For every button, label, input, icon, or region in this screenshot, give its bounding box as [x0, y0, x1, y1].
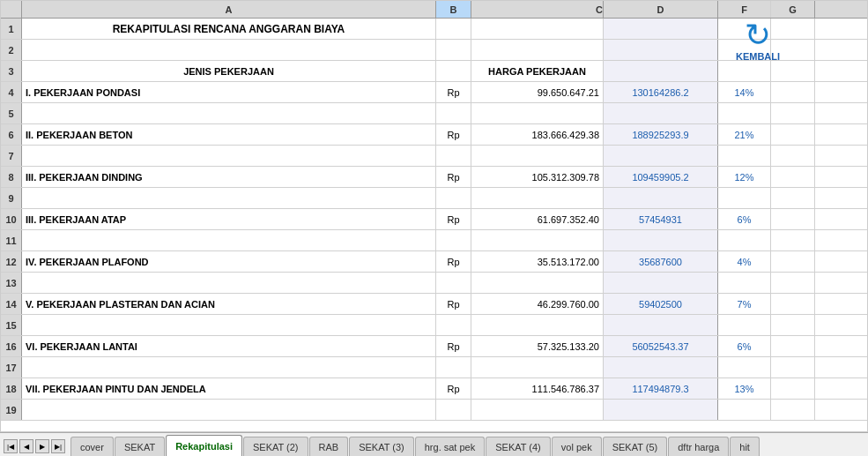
cell-13b: [436, 273, 471, 293]
cell-11g: [771, 230, 815, 250]
table-row: 16 VI. PEKERJAAN LANTAI Rp 57.325.133.20…: [1, 336, 867, 357]
cell-13d: [604, 273, 718, 293]
cell-3c: HARGA PEKERJAAN: [471, 61, 604, 81]
cell-6c: 183.666.429.38: [471, 124, 604, 145]
tab-nav-last[interactable]: ▶|: [51, 439, 65, 453]
row-num-3: 3: [1, 61, 22, 81]
back-button[interactable]: ↺ KEMBALI: [701, 19, 718, 39]
table-row: 1 REKAPITULASI RENCANA ANGGARAN BIAYA ↺ …: [1, 19, 867, 40]
cell-5f: [718, 103, 771, 123]
row-num-8: 8: [1, 167, 22, 187]
cell-13f: [718, 273, 771, 293]
spreadsheet: A B C D F G 1 REKAPITULASI RENCANA ANGGA…: [0, 0, 868, 432]
cell-11f: [718, 230, 771, 250]
row-num-9: 9: [1, 188, 22, 208]
cell-2b: [436, 40, 471, 60]
cell-3g: [771, 61, 815, 81]
cell-7b: [436, 146, 471, 166]
cell-3f: [718, 61, 771, 81]
tab-nav-first[interactable]: |◀: [4, 439, 18, 453]
cell-2c: [471, 40, 604, 60]
table-row: 17: [1, 357, 867, 378]
cell-10d: 57454931: [604, 209, 718, 229]
row-num-15: 15: [1, 315, 22, 335]
cell-17b: [436, 357, 471, 378]
cell-15g: [771, 315, 815, 335]
cell-16g: [771, 336, 815, 356]
cell-15c: [471, 315, 604, 335]
cell-16d: 56052543.37: [604, 336, 718, 356]
tab-hit[interactable]: hit: [730, 437, 760, 456]
table-row: 19: [1, 400, 867, 421]
table-row: 5: [1, 103, 867, 124]
col-header-g[interactable]: G: [771, 1, 815, 18]
cell-1b: [436, 19, 471, 39]
column-headers: A B C D F G: [1, 1, 867, 19]
cell-6g: [771, 124, 815, 145]
cell-4b: Rp: [436, 82, 471, 102]
table-row: 12 IV. PEKERJAAN PLAFOND Rp 35.513.172.0…: [1, 251, 867, 273]
cell-16a: VI. PEKERJAAN LANTAI: [22, 336, 436, 356]
cell-19c: [471, 400, 604, 420]
cell-16c: 57.325.133.20: [471, 336, 604, 356]
cell-17d: [604, 357, 718, 378]
tab-nav-next[interactable]: ▶: [35, 439, 49, 453]
tab-nav-prev[interactable]: ◀: [19, 439, 33, 453]
tab-vol-pek[interactable]: vol pek: [552, 437, 602, 456]
tab-sekat5[interactable]: SEKAT (5): [603, 437, 668, 456]
col-header-f[interactable]: F: [718, 1, 771, 18]
cell-14g: [771, 294, 815, 314]
cell-12c: 35.513.172.00: [471, 251, 604, 272]
col-header-a[interactable]: A: [22, 1, 436, 18]
cell-14d: 59402500: [604, 294, 718, 314]
cell-9d: [604, 188, 718, 208]
tab-rekapitulasi[interactable]: Rekapitulasi: [166, 435, 242, 456]
cell-13g: [771, 273, 815, 293]
cell-17f: [718, 357, 771, 378]
row-num-2: 2: [1, 40, 22, 60]
col-header-b[interactable]: B: [436, 1, 471, 18]
col-header-d[interactable]: D: [604, 1, 718, 18]
tab-cover[interactable]: cover: [70, 437, 114, 456]
tab-hrg-sat-pek[interactable]: hrg. sat pek: [415, 437, 485, 456]
row-num-12: 12: [1, 251, 22, 272]
row-num-13: 13: [1, 273, 22, 293]
cell-4d: 130164286.2: [604, 82, 718, 102]
cell-8d: 109459905.2: [604, 167, 718, 187]
row-num-1: 1: [1, 19, 22, 39]
cell-7d: [604, 146, 718, 166]
cell-12f: 4%: [718, 251, 771, 272]
tab-sekat3[interactable]: SEKAT (3): [349, 437, 414, 456]
table-row: 18 VII. PEKERJAAN PINTU DAN JENDELA Rp 1…: [1, 378, 867, 400]
cell-10a: III. PEKERJAAN ATAP: [22, 209, 436, 229]
cell-4g: [771, 82, 815, 102]
tab-dftr-harga[interactable]: dftr harga: [668, 437, 729, 456]
cell-3d: [604, 61, 718, 81]
table-row: 3 JENIS PEKERJAAN HARGA PEKERJAAN: [1, 61, 867, 82]
cell-14f: 7%: [718, 294, 771, 314]
cell-11d: [604, 230, 718, 250]
cell-5c: [471, 103, 604, 123]
tab-rab[interactable]: RAB: [309, 437, 349, 456]
table-row: 14 V. PEKERJAAN PLASTERAN DAN ACIAN Rp 4…: [1, 294, 867, 315]
cell-5d: [604, 103, 718, 123]
cell-18c: 111.546.786.37: [471, 378, 604, 399]
spreadsheet-wrapper: A B C D F G 1 REKAPITULASI RENCANA ANGGA…: [0, 0, 868, 456]
cell-9f: [718, 188, 771, 208]
cell-10g: [771, 209, 815, 229]
cell-6a: II. PEKERJAAN BETON: [22, 124, 436, 145]
cell-18g: [771, 378, 815, 399]
cell-9g: [771, 188, 815, 208]
cell-5a: [22, 103, 436, 123]
cell-15d: [604, 315, 718, 335]
tab-sekat4[interactable]: SEKAT (4): [486, 437, 551, 456]
tab-sekat2[interactable]: SEKAT (2): [243, 437, 308, 456]
table-row: 7: [1, 146, 867, 167]
col-header-c[interactable]: C: [471, 1, 604, 18]
row-num-7: 7: [1, 146, 22, 166]
cell-6f: 21%: [718, 124, 771, 145]
table-row: 10 III. PEKERJAAN ATAP Rp 61.697.352.40 …: [1, 209, 867, 230]
tab-sekat[interactable]: SEKAT: [115, 437, 165, 456]
cell-12a: IV. PEKERJAAN PLAFOND: [22, 251, 436, 272]
cell-12d: 35687600: [604, 251, 718, 272]
